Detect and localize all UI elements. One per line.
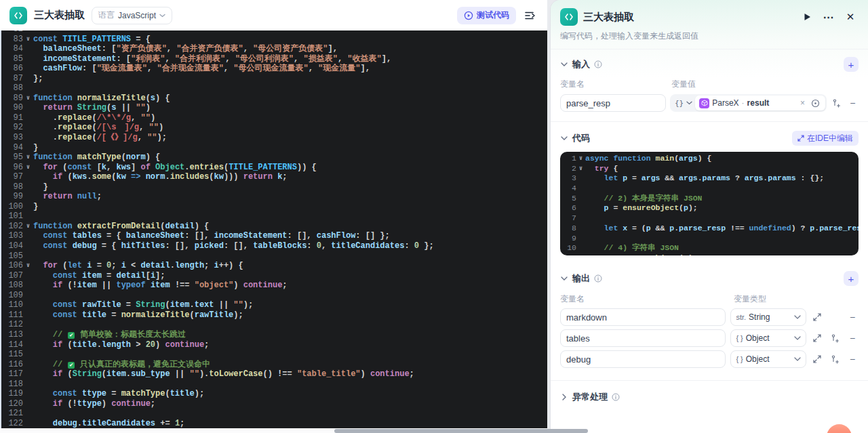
input-variable-row: {} ParseX · result × — [560, 94, 859, 112]
parsex-node-icon — [699, 98, 709, 108]
add-output-button[interactable]: + — [844, 271, 859, 286]
source-variable-name: result — [747, 98, 796, 108]
chevron-down-icon[interactable] — [560, 276, 568, 281]
panel-toggle-icon[interactable] — [523, 8, 538, 23]
separator-dot: · — [742, 98, 745, 108]
play-icon — [804, 13, 811, 21]
col-variable-name: 变量名 — [560, 293, 734, 305]
insert-child-variable-icon[interactable] — [829, 332, 841, 344]
close-icon[interactable]: ✕ — [842, 9, 859, 25]
chevron-down-icon[interactable] — [560, 136, 568, 140]
code-lines: 1∨async function main(args) {2∨ try {3 l… — [560, 154, 859, 255]
more-options-icon[interactable]: ⋯ — [821, 9, 837, 25]
run-button[interactable] — [799, 9, 815, 25]
code-node-editor-pane: 三大表抽取 语言 JavaScript 测试代码 8283∨const TITL… — [0, 0, 547, 433]
chevron-right-icon[interactable] — [560, 394, 568, 400]
input-section-label: 输入 — [572, 58, 590, 70]
language-value: JavaScript — [118, 11, 156, 20]
horizontal-scrollbar-thumb[interactable] — [334, 429, 588, 433]
insert-child-variable-icon[interactable] — [831, 97, 842, 109]
remove-input-icon[interactable]: − — [847, 97, 859, 109]
code-node-icon — [9, 7, 27, 24]
output-type-select[interactable]: { } Object — [730, 329, 806, 347]
col-variable-name: 变量名 — [560, 79, 671, 90]
node-title: 三大表抽取 — [34, 9, 85, 22]
output-type-select[interactable]: { } Object — [730, 350, 806, 368]
output-name-field[interactable] — [560, 329, 726, 347]
edit-in-ide-button[interactable]: 在IDE中编辑 — [792, 131, 859, 146]
main-code-editor[interactable]: 8283∨const TITLE_PATTERNS = {84 balanceS… — [0, 30, 547, 428]
divider — [551, 380, 868, 381]
play-circle-icon — [464, 11, 473, 20]
code-section-header: 代码 在IDE中编辑 — [560, 130, 859, 146]
output-section-header: 输出 + — [560, 270, 859, 287]
test-code-label: 测试代码 — [477, 9, 509, 21]
type-prefix: str. — [736, 313, 746, 321]
input-variable-name-field[interactable] — [560, 94, 666, 112]
expand-icon[interactable] — [811, 353, 823, 365]
chevron-down-icon[interactable] — [560, 62, 568, 66]
inspect-variable-icon[interactable] — [809, 97, 821, 109]
code-lines: 8283∨const TITLE_PATTERNS = {84 balanceS… — [1, 30, 547, 428]
language-label: 语言 — [98, 9, 115, 21]
code-section-label: 代码 — [572, 132, 590, 144]
col-variable-value: 变量值 — [671, 79, 696, 90]
add-input-button[interactable]: + — [844, 57, 859, 72]
input-variable-value-selector[interactable]: {} ParseX · result × — [670, 94, 827, 112]
expand-icon — [797, 135, 804, 142]
output-column-labels: 变量名 变量类型 — [560, 293, 859, 305]
language-selector[interactable]: 语言 JavaScript — [92, 7, 172, 24]
chevron-down-icon — [794, 357, 801, 361]
info-icon — [612, 393, 620, 401]
output-name-field[interactable] — [560, 308, 726, 326]
remove-output-icon[interactable]: − — [846, 311, 859, 323]
input-section-header: 输入 + — [560, 56, 859, 73]
output-row-tables: { } Object − — [560, 329, 859, 347]
info-icon — [594, 60, 602, 68]
chevron-down-icon — [159, 14, 165, 18]
output-row-debug: { } Object − — [560, 350, 859, 368]
type-name: Object — [746, 333, 794, 343]
edit-in-ide-label: 在IDE中编辑 — [807, 133, 853, 144]
code-preview-editor[interactable]: 1∨async function main(args) {2∨ try {3 l… — [560, 152, 859, 255]
output-section-label: 输出 — [572, 272, 590, 285]
chevron-down-icon — [794, 336, 801, 340]
panel-header: 三大表抽取 ⋯ ✕ — [560, 0, 859, 26]
node-config-panel: 三大表抽取 ⋯ ✕ 编写代码，处理输入变量来生成返回值 输入 + 变量名 变量值 — [551, 0, 868, 433]
error-handling-section-header: 异常处理 — [560, 389, 859, 405]
type-prefix: { } — [736, 355, 743, 363]
remove-output-icon[interactable]: − — [846, 353, 859, 365]
divider — [551, 121, 868, 122]
panel-title: 三大表抽取 — [583, 11, 793, 24]
output-row-markdown: str. String − — [560, 308, 859, 326]
expand-icon[interactable] — [811, 311, 823, 323]
type-name: String — [749, 312, 794, 322]
output-name-field[interactable] — [560, 350, 726, 368]
error-handling-label: 异常处理 — [572, 391, 608, 403]
variable-reference-chip[interactable]: ParseX · result × — [695, 96, 825, 110]
expand-icon[interactable] — [811, 332, 823, 344]
col-variable-type: 变量类型 — [734, 293, 766, 305]
editor-header: 三大表抽取 语言 JavaScript 测试代码 — [0, 0, 547, 30]
divider — [551, 49, 868, 49]
node-description: 编写代码，处理输入变量来生成返回值 — [560, 30, 859, 42]
type-prefix: {} — [675, 99, 684, 108]
info-icon — [594, 274, 602, 283]
insert-child-variable-icon[interactable] — [829, 353, 841, 365]
source-node-name: ParseX — [712, 98, 738, 108]
type-prefix: { } — [736, 334, 743, 342]
remove-output-icon[interactable]: − — [846, 332, 859, 344]
code-node-icon — [560, 8, 578, 26]
chevron-down-icon — [794, 315, 801, 319]
output-type-select[interactable]: str. String — [730, 308, 806, 326]
clear-variable-icon[interactable]: × — [799, 98, 806, 108]
type-name: Object — [746, 354, 794, 364]
chevron-down-icon — [686, 101, 692, 105]
test-code-button[interactable]: 测试代码 — [457, 7, 516, 24]
input-column-labels: 变量名 变量值 — [560, 79, 859, 90]
